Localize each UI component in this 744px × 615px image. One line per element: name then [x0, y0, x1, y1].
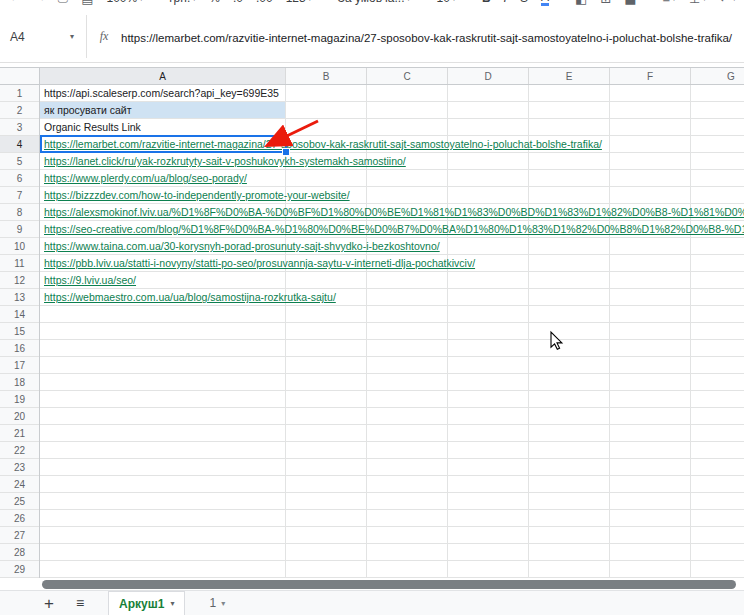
- column-header-B[interactable]: B: [286, 68, 367, 84]
- row-header-1[interactable]: 1: [0, 85, 39, 102]
- row-header-18[interactable]: 18: [0, 374, 39, 391]
- row-header-7[interactable]: 7: [0, 187, 39, 204]
- row-header-12[interactable]: 12: [0, 272, 39, 289]
- bold-button-glyph: B: [482, 0, 491, 5]
- fill-color-icon-glyph: ◧: [575, 0, 587, 6]
- row-header-22[interactable]: 22: [0, 442, 39, 459]
- text-color-button-glyph: A: [541, 0, 549, 6]
- row-header-11[interactable]: 11: [0, 255, 39, 272]
- row-header-13[interactable]: 13: [0, 289, 39, 306]
- cell-A13[interactable]: https://webmaestro.com.ua/ua/blog/samost…: [40, 289, 336, 305]
- print-icon-glyph: ⎙: [58, 0, 68, 6]
- print-icon[interactable]: ⎙: [58, 0, 68, 6]
- add-sheet-button[interactable]: +: [44, 595, 54, 612]
- row-headers: 1234567891011121314151617181920212223242…: [0, 85, 40, 578]
- decrease-decimal-button[interactable]: .0: [233, 0, 243, 5]
- vertical-align-icon[interactable]: ⊥▾: [689, 0, 706, 6]
- fill-color-icon[interactable]: ◧: [575, 0, 587, 6]
- row-header-9[interactable]: 9: [0, 221, 39, 238]
- column-header-F[interactable]: F: [610, 68, 691, 84]
- strikethrough-button[interactable]: S: [520, 0, 528, 5]
- row-header-17[interactable]: 17: [0, 357, 39, 374]
- all-sheets-menu-icon[interactable]: ≡: [76, 596, 84, 610]
- merge-cells-icon[interactable]: ⬓: [624, 0, 636, 6]
- fill-handle[interactable]: [282, 148, 290, 156]
- name-box[interactable]: A4 ▾: [0, 11, 86, 62]
- row-header-28[interactable]: 28: [0, 544, 39, 561]
- merge-cells-icon-glyph: ⬓: [624, 0, 636, 6]
- column-header-C[interactable]: C: [367, 68, 448, 84]
- formula-bar: A4 ▾ fx https://lemarbet.com/razvitie-in…: [0, 11, 744, 63]
- cell-A1[interactable]: https://api.scaleserp.com/search?api_key…: [40, 85, 279, 101]
- column-header-G[interactable]: G: [691, 68, 744, 84]
- horizontal-scrollbar: [40, 578, 744, 590]
- horizontal-align-icon-glyph: ≡: [662, 0, 670, 6]
- name-box-caret-icon[interactable]: ▾: [70, 32, 74, 41]
- italic-button[interactable]: I: [504, 0, 507, 5]
- row-header-3[interactable]: 3: [0, 119, 39, 136]
- cell-A4[interactable]: https://lemarbet.com/razvitie-internet-m…: [40, 136, 602, 152]
- row-header-15[interactable]: 15: [0, 323, 39, 340]
- row-header-25[interactable]: 25: [0, 493, 39, 510]
- bold-button[interactable]: B: [482, 0, 491, 5]
- cell-A7[interactable]: https://bizzzdev.com/how-to-independentl…: [40, 187, 350, 203]
- cell-A12[interactable]: https://9.lviv.ua/seo/: [40, 272, 136, 288]
- column-header-D[interactable]: D: [448, 68, 529, 84]
- paint-format-icon[interactable]: ▤: [81, 0, 93, 6]
- currency-format-button[interactable]: грн.▾: [169, 0, 196, 5]
- cell-A6[interactable]: https://www.plerdy.com/ua/blog/seo-porad…: [40, 170, 247, 186]
- row-header-19[interactable]: 19: [0, 391, 39, 408]
- column-header-A[interactable]: A: [40, 68, 286, 84]
- horizontal-align-icon[interactable]: ≡▾: [662, 0, 676, 6]
- row-header-8[interactable]: 8: [0, 204, 39, 221]
- horizontal-scrollbar-thumb[interactable]: [42, 580, 736, 589]
- sheet-tab2-caret-icon[interactable]: ▾: [221, 599, 225, 608]
- cell-A3[interactable]: Organic Results Link: [40, 119, 141, 135]
- row-header-23[interactable]: 23: [0, 459, 39, 476]
- text-color-button[interactable]: A: [541, 0, 549, 6]
- percent-format-button-glyph: %: [209, 0, 220, 5]
- cell-A11[interactable]: https://pbb.lviv.ua/statti-i-novyny/stat…: [40, 255, 475, 271]
- cell-A5[interactable]: https://lanet.click/ru/yak-rozkrutyty-sa…: [40, 153, 406, 169]
- text-wrap-icon[interactable]: ↩▾: [719, 0, 736, 6]
- zoom-select-glyph: 100%: [107, 0, 138, 5]
- undo-icon[interactable]: ↶: [10, 0, 21, 6]
- italic-button-glyph: I: [504, 0, 507, 5]
- row-header-16[interactable]: 16: [0, 340, 39, 357]
- row-header-2[interactable]: 2: [0, 102, 39, 119]
- formula-input[interactable]: https://lemarbet.com/razvitie-internet-m…: [121, 11, 744, 62]
- row-header-26[interactable]: 26: [0, 510, 39, 527]
- select-all-corner[interactable]: [0, 67, 40, 85]
- row-header-10[interactable]: 10: [0, 238, 39, 255]
- borders-icon[interactable]: ⊞: [600, 0, 611, 6]
- row-header-29[interactable]: 29: [0, 561, 39, 578]
- row-header-27[interactable]: 27: [0, 527, 39, 544]
- percent-format-button[interactable]: %: [209, 0, 220, 5]
- cell-A8[interactable]: https://alexsmokinof.lviv.ua/%D1%8F%D0%B…: [40, 204, 744, 220]
- sheet-tab-caret-icon[interactable]: ▾: [170, 599, 174, 608]
- cells-area[interactable]: https://api.scaleserp.com/search?api_key…: [40, 85, 744, 578]
- sheet-tab-active[interactable]: Аркуш1 ▾: [108, 591, 185, 615]
- font-select-caret-icon: ▾: [407, 0, 411, 3]
- font-select[interactable]: За умовча...▾: [338, 0, 411, 5]
- column-header-E[interactable]: E: [529, 68, 610, 84]
- row-header-21[interactable]: 21: [0, 425, 39, 442]
- row-header-24[interactable]: 24: [0, 476, 39, 493]
- row-header-5[interactable]: 5: [0, 153, 39, 170]
- redo-icon[interactable]: ↷: [34, 0, 45, 6]
- row-header-14[interactable]: 14: [0, 306, 39, 323]
- zoom-select[interactable]: 100%▾: [107, 0, 144, 5]
- gridline-vertical: [690, 85, 691, 578]
- sheet-tab-secondary[interactable]: 1 ▾: [203, 596, 231, 610]
- toolbar-row: ↶↷⎙▤100%▾грн.▾%.0.00123▾За умовча...▾10▾…: [0, 0, 744, 11]
- row-header-6[interactable]: 6: [0, 170, 39, 187]
- cell-A9[interactable]: https://seo-creative.com/blog/%D1%8F%D0%…: [40, 221, 744, 237]
- cell-A10[interactable]: https://www.taina.com.ua/30-korysnyh-por…: [40, 238, 440, 254]
- row-header-20[interactable]: 20: [0, 408, 39, 425]
- cell-A2[interactable]: як просувати сайт: [40, 102, 132, 118]
- redo-icon-glyph: ↷: [34, 0, 45, 6]
- more-formats-button[interactable]: 123▾: [286, 0, 312, 5]
- increase-decimal-button[interactable]: .00: [256, 0, 273, 5]
- font-size-select[interactable]: 10▾: [437, 0, 456, 5]
- row-header-4[interactable]: 4: [0, 136, 39, 153]
